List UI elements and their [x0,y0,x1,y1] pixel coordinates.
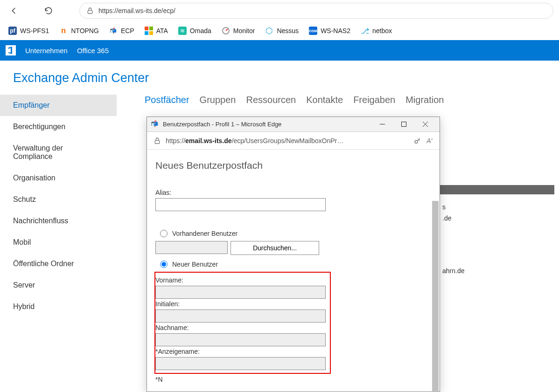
sidebar-item-oeffentliche-ordner[interactable]: Öffentliche Ordner [0,253,117,275]
popup-titlebar[interactable]: 📬 Benutzerpostfach - Profil 1 – Microsof… [147,117,440,132]
bookmark-nessus[interactable]: ⬡Nessus [265,27,299,35]
alias-label: Alias: [155,189,431,196]
svg-rect-3 [145,31,148,35]
svg-point-11 [415,140,418,143]
key-icon[interactable] [413,137,422,145]
svg-rect-0 [88,10,92,14]
bg-text-fragment: s [442,203,446,211]
existing-user-input [155,241,228,254]
browser-toolbar: https://email.ws-its.de/ecp/ [0,0,559,21]
tab-freigaben[interactable]: Freigaben [353,95,395,105]
tab-postfaecher[interactable]: Postfächer [145,95,189,105]
sidebar-item-schutz[interactable]: Schutz [0,189,117,210]
bg-text-fragment: .de [442,214,451,222]
mailbox-icon: 📬 [151,120,159,129]
bookmark-ntopng[interactable]: nNTOPNG [59,27,99,35]
lock-icon [86,7,94,14]
tab-migration[interactable]: Migration [405,95,444,105]
company-link[interactable]: Unternehmen [25,47,68,55]
url-text: https://email.ws-its.de/ecp/ [98,7,175,14]
bookmark-icon: ⬡ [265,27,273,35]
sidebar-item-organisation[interactable]: Organisation [0,167,117,189]
bookmarks-bar: pfWS-PFS1 nNTOPNG 📬ECP ATA ≋Omada Monito… [0,21,559,40]
bookmark-ata[interactable]: ATA [145,27,168,35]
popup-body: Neues Benutzerpostfach Alias: Vorhandene… [147,150,440,392]
bookmark-ws-nas2[interactable]: DSMWS-NAS2 [309,27,350,35]
nachname-label: Nachname: [155,324,325,331]
sidebar-item-nachrichtenfluss[interactable]: Nachrichtenfluss [0,210,117,232]
address-bar[interactable]: https://email.ws-its.de/ecp/ [79,3,553,19]
o365-header: Unternehmen Office 365 [0,40,559,61]
anzeigename-input[interactable] [155,357,326,370]
bookmark-ws-pfs1[interactable]: pfWS-PFS1 [8,27,49,35]
bookmark-icon: 📬 [109,27,118,35]
new-user-radio-row[interactable]: Neuer Benutzer [160,261,431,268]
sidebar-item-empfaenger[interactable]: Empfänger [0,95,117,116]
browse-button[interactable]: Durchsuchen... [231,241,319,255]
svg-rect-4 [149,31,153,35]
popup-heading: Neues Benutzerpostfach [155,160,431,171]
tab-gruppen[interactable]: Gruppen [200,95,236,105]
sidebar-item-compliance[interactable]: Verwaltung der Compliance [0,138,117,167]
bookmark-icon [222,27,230,35]
page-title: Exchange Admin Center [0,61,559,90]
anzeigename-label: *Anzeigename: [155,348,325,355]
back-button[interactable] [6,2,22,19]
scrollbar[interactable] [432,201,439,392]
new-user-label: Neuer Benutzer [172,261,218,268]
sidebar-item-berechtigungen[interactable]: Berechtigungen [0,116,117,138]
bookmark-icon [145,27,153,35]
lock-icon [154,137,161,144]
popup-address-bar[interactable]: https://email.ws-its.de/ecp/UsersGroups/… [147,132,440,150]
nachname-input[interactable] [155,333,326,346]
office365-link[interactable]: Office 365 [77,47,109,55]
bg-text-fragment: ahrn.de [442,267,464,275]
existing-user-radio[interactable] [160,230,168,237]
tab-kontakte[interactable]: Kontakte [306,95,343,105]
initialen-input[interactable] [155,309,326,323]
vorname-input[interactable] [155,286,326,299]
reader-icon[interactable]: A» [426,137,433,144]
vorname-label: Vorname: [155,276,325,284]
new-user-radio[interactable] [160,261,168,268]
office-logo-icon [6,45,16,55]
tab-ressourcen[interactable]: Ressourcen [246,95,296,105]
sidebar-item-server[interactable]: Server [0,275,117,296]
tabs: Postfächer Gruppen Ressourcen Kontakte F… [145,95,559,105]
svg-rect-7 [401,122,406,127]
popup-url: https://email.ws-its.de/ecp/UsersGroups/… [166,137,409,144]
bookmark-icon: pf [8,27,17,35]
sidebar-item-mobil[interactable]: Mobil [0,232,117,253]
bookmark-netbox[interactable]: ⎇netbox [361,27,392,35]
sidebar: Empfänger Berechtigungen Verwaltung der … [0,90,117,317]
minimize-button[interactable] [371,117,393,131]
new-mailbox-popup: 📬 Benutzerpostfach - Profil 1 – Microsof… [147,117,440,392]
refresh-button[interactable] [40,2,57,19]
bookmark-omada[interactable]: ≋Omada [178,27,211,35]
close-button[interactable] [414,117,436,131]
bookmark-icon: n [59,27,68,35]
svg-rect-10 [155,140,159,144]
sidebar-item-hybrid[interactable]: Hybrid [0,296,117,317]
maximize-button[interactable] [393,117,414,131]
existing-user-label: Vorhandener Benutzer [172,230,238,237]
wifi-icon: ≋ [178,27,187,35]
bookmark-icon: ⎇ [361,27,369,35]
alias-input[interactable] [155,198,326,211]
popup-window-title: Benutzerpostfach - Profil 1 – Microsoft … [163,121,371,128]
bookmark-monitor[interactable]: Monitor [222,27,255,35]
name-label-cut: *N [155,376,431,383]
svg-rect-1 [145,27,148,30]
bookmark-ecp[interactable]: 📬ECP [109,27,134,35]
highlighted-fields: Vorname: Initialen: Nachname: *Anzeigena… [154,272,331,374]
bookmark-icon: DSM [309,27,317,35]
existing-user-radio-row[interactable]: Vorhandener Benutzer [160,230,431,237]
initialen-label: Initialen: [155,300,325,308]
svg-rect-2 [149,27,153,30]
